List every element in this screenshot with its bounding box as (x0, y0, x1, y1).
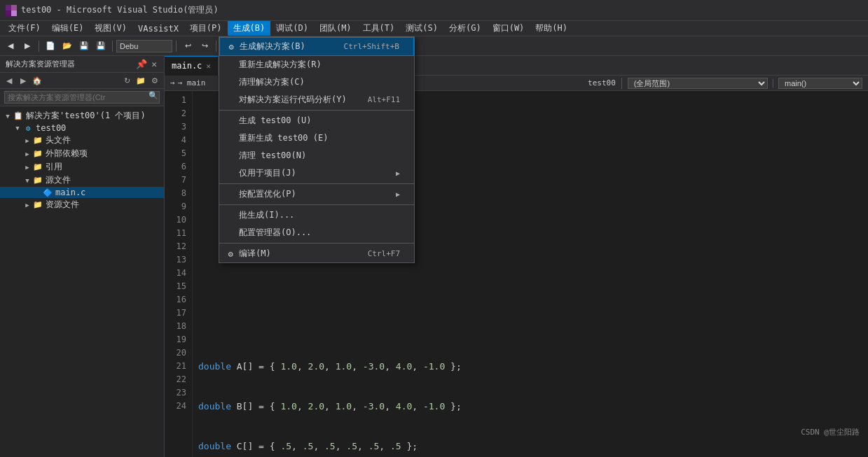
menu-batch-build[interactable]: 批生成(I)... (219, 206, 414, 224)
sidebar-item-resources[interactable]: ▶ 📁 资源文件 (0, 198, 164, 211)
headers-icon: 📁 (32, 136, 43, 146)
compile-icon: ⚙ (225, 248, 236, 260)
menu-project[interactable]: 项目(P) (184, 21, 228, 36)
menu-analyze[interactable]: 分析(G) (443, 21, 487, 36)
sidebar-forward-btn[interactable]: ▶ (17, 74, 29, 87)
resources-icon: 📁 (32, 200, 43, 210)
menu-test[interactable]: 测试(S) (400, 21, 443, 36)
menu-rebuild-solution[interactable]: 重新生成解决方案(R) (219, 56, 414, 73)
menu-rebuild-solution-label: 重新生成解决方案(R) (239, 59, 322, 71)
menu-compile[interactable]: ⚙ 编译(M) Ctrl+F7 (219, 245, 414, 262)
menu-sep-1 (219, 110, 414, 111)
build-menu-dropdown: ⚙ 生成解决方案(B) Ctrl+Shift+B 重新生成解决方案(R) 清理解… (219, 36, 415, 263)
tab-mainc[interactable]: main.c ✕ (165, 56, 219, 76)
menu-tools[interactable]: 工具(T) (357, 21, 401, 36)
scope-dropdown[interactable]: (全局范围) (628, 78, 768, 89)
main-layout: 解决方案资源管理器 📌 ✕ ◀ ▶ 🏠 ↻ 📁 ⚙ 🔍 ▼ 📋 (0, 56, 868, 457)
sidebar-sync-btn[interactable]: ↻ (120, 74, 133, 87)
svg-rect-1 (11, 5, 17, 10)
menu-clean-solution-label: 清理解决方案(C) (239, 76, 305, 88)
menu-rebuild-test00[interactable]: 重新生成 test00 (E) (219, 129, 414, 147)
toolbar-save[interactable]: 💾 (76, 38, 92, 54)
headers-label: 头文件 (46, 134, 71, 146)
menu-build-solution-label: 生成解决方案(B) (240, 41, 305, 52)
menu-build[interactable]: 生成(B) (228, 21, 271, 36)
sidebar-title: 解决方案资源管理器 (6, 59, 75, 69)
sidebar-search-icon: 🔍 (149, 91, 158, 100)
toolbar-back[interactable]: ◀ (3, 38, 18, 54)
menu-file[interactable]: 文件(F) (3, 21, 46, 36)
chevron-references: ▶ (22, 164, 32, 171)
references-icon: 📁 (32, 162, 43, 172)
menu-project-only[interactable]: 仅用于项目(J) ▶ (219, 164, 414, 182)
sidebar-new-folder[interactable]: 📁 (135, 74, 147, 87)
menu-help[interactable]: 帮助(H) (530, 21, 573, 36)
sidebar-item-externals[interactable]: ▶ 📁 外部依赖项 (0, 147, 164, 160)
toolbar-sep4 (216, 41, 216, 52)
sidebar-header-buttons: 📌 ✕ (135, 59, 158, 69)
sidebar-item-test00[interactable]: ▼ ⚙ test00 (0, 122, 164, 134)
toolbar-sep1 (39, 41, 39, 52)
menu-config-manager[interactable]: 配置管理器(O)... (219, 224, 414, 241)
project-tab-label: test00 (588, 78, 616, 87)
menu-edit[interactable]: 编辑(E) (46, 21, 90, 36)
sidebar-item-references[interactable]: ▶ 📁 引用 (0, 160, 164, 174)
sidebar-item-mainc[interactable]: 🔷 main.c (0, 187, 164, 198)
sidebar-home-btn[interactable]: 🏠 (31, 74, 43, 87)
menu-profile-guided[interactable]: 按配置优化(P) ▶ (219, 185, 414, 203)
menu-debug[interactable]: 调试(D) (270, 21, 314, 36)
chevron-resources: ▶ (22, 202, 32, 209)
references-label: 引用 (46, 161, 62, 173)
config-dropdown[interactable] (116, 40, 172, 52)
menu-compile-shortcut: Ctrl+F7 (368, 249, 400, 258)
menu-build-test00[interactable]: 生成 test00 (U) (219, 112, 414, 129)
toolbar-new[interactable]: 📄 (43, 38, 58, 54)
test00-label: test00 (36, 123, 66, 133)
externals-icon: 📁 (32, 149, 43, 159)
sidebar-search-input[interactable] (4, 91, 160, 104)
menu-build-solution-shortcut: Ctrl+Shift+B (344, 42, 399, 51)
submenu-arrow-projectonly: ▶ (396, 169, 400, 177)
menu-sep-4 (219, 243, 414, 244)
build-solution-icon: ⚙ (226, 41, 237, 52)
menu-compile-label: 编译(M) (239, 248, 271, 260)
mainc-icon: 🔷 (42, 188, 53, 197)
sidebar-item-headers[interactable]: ▶ 📁 头文件 (0, 134, 164, 147)
menu-sep-3 (219, 204, 414, 205)
sidebar-filter-btn[interactable]: ⚙ (149, 74, 161, 87)
toolbar-save-all[interactable]: 💾 (93, 38, 109, 54)
menu-vassistx[interactable]: VAssistX (132, 22, 184, 35)
sidebar-pin-btn[interactable]: 📌 (135, 59, 149, 69)
sourcefiles-icon: 📁 (32, 176, 43, 185)
menu-analyze-solution-label: 对解决方案运行代码分析(Y) (239, 94, 347, 106)
sidebar-item-sourcefiles[interactable]: ▼ 📁 源文件 (0, 174, 164, 187)
toolbar-redo[interactable]: ↪ (197, 38, 212, 54)
test00-icon: ⚙ (22, 123, 34, 133)
toolbar-sep2 (112, 41, 113, 52)
toolbar-undo[interactable]: ↩ (180, 38, 195, 54)
sidebar-tree: ▼ 📋 解决方案'test00'(1 个项目) ▼ ⚙ test00 ▶ 📁 头… (0, 106, 164, 457)
toolbar-forward[interactable]: ▶ (20, 38, 35, 54)
watermark: CSDN @世尘阳路 (801, 427, 860, 437)
menu-build-solution[interactable]: ⚙ 生成解决方案(B) Ctrl+Shift+B (219, 37, 414, 56)
menu-profile-guided-label: 按配置优化(P) (239, 188, 296, 200)
sidebar-back-btn[interactable]: ◀ (3, 74, 15, 87)
sourcefiles-label: 源文件 (46, 174, 71, 186)
menu-batch-build-label: 批生成(I)... (239, 209, 294, 221)
menu-clean-solution[interactable]: 清理解决方案(C) (219, 73, 414, 91)
toolbar-open[interactable]: 📂 (60, 38, 75, 54)
code-line-6 (198, 320, 862, 333)
menu-analyze-solution[interactable]: 对解决方案运行代码分析(Y) Alt+F11 (219, 91, 414, 108)
chevron-headers: ▶ (22, 137, 32, 144)
tab-mainc-close[interactable]: ✕ (206, 62, 211, 71)
menu-window[interactable]: 窗口(W) (487, 21, 530, 36)
sidebar-close-btn[interactable]: ✕ (150, 59, 158, 69)
mainc-label: main.c (55, 188, 85, 197)
chevron-externals: ▶ (22, 150, 32, 157)
func-dropdown[interactable]: main() (778, 78, 862, 89)
sidebar-toolbar: ◀ ▶ 🏠 ↻ 📁 ⚙ (0, 73, 164, 89)
sidebar-item-solution[interactable]: ▼ 📋 解决方案'test00'(1 个项目) (0, 109, 164, 122)
menu-team[interactable]: 团队(M) (314, 21, 357, 36)
menu-view[interactable]: 视图(V) (89, 21, 132, 36)
menu-clean-test00[interactable]: 清理 test00(N) (219, 147, 414, 164)
